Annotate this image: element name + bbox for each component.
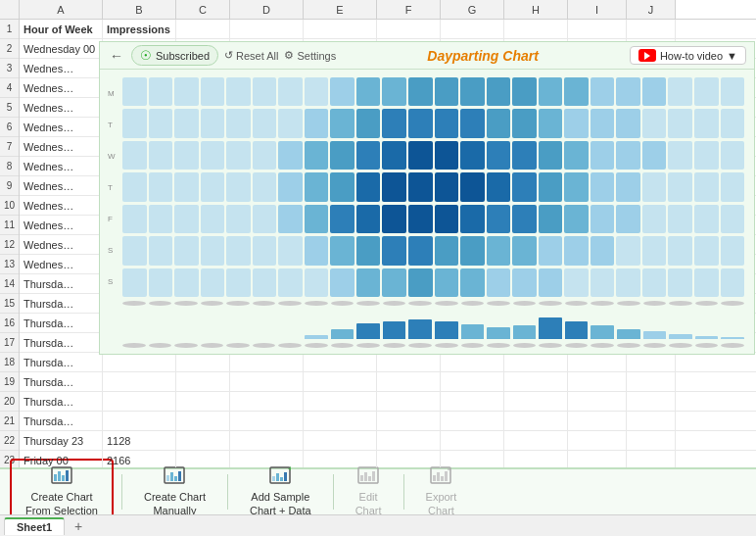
row-num-15[interactable]: 15 [0,294,19,314]
col-header-h[interactable]: H [504,0,568,19]
hour-dot [669,301,692,306]
heatmap-cell [122,236,147,265]
cell-a18[interactable]: Thursda… [20,353,103,371]
col-header-i[interactable]: I [568,0,627,19]
settings-button[interactable]: ⚙ Settings [284,49,336,62]
cell-a6[interactable]: Wednes… [20,118,103,136]
cell-d1[interactable] [230,20,304,38]
col-header-b[interactable]: B [103,0,176,19]
heatmap-cell [721,268,745,297]
heatmap-cell [305,141,329,170]
cell-a20[interactable]: Thursda… [20,392,103,411]
table-row: Thursda… [20,412,756,431]
row-num-19[interactable]: 19 [0,372,19,392]
cell-c1[interactable] [176,20,230,38]
row-num-6[interactable]: 6 [0,118,19,137]
chart-from-selection-icon [51,466,72,489]
row-num-5[interactable]: 5 [0,98,19,118]
heatmap-cell [122,109,147,137]
chart-title: Dayparting Chart [342,48,624,64]
cell-a2[interactable]: Wednesday 00 [20,39,103,58]
cell-a15[interactable]: Thursda… [20,294,103,313]
row-num-8[interactable]: 8 [0,157,19,176]
row-num-13[interactable]: 13 [0,255,19,274]
cell-a7[interactable]: Wednes… [20,137,103,156]
cell-j1[interactable] [627,20,676,38]
cell-a4[interactable]: Wednes… [20,78,103,97]
cell-a11[interactable]: Wednes… [20,216,103,234]
cell-a5[interactable]: Wednes… [20,98,103,117]
add-sheet-button[interactable]: + [67,516,90,536]
row-num-4[interactable]: 4 [0,78,19,98]
heatmap-cell [591,205,615,233]
heatmap-cell [512,236,537,265]
cell-a12[interactable]: Wednes… [20,235,103,254]
heatmap-cell [591,236,615,265]
heatmap-cell [149,205,173,233]
cell-a16[interactable]: Thursda… [20,314,103,332]
hour-dot [149,301,172,306]
bottom-dot [565,343,589,348]
row-num-2[interactable]: 2 [0,39,19,59]
cell-a10[interactable]: Wednes… [20,196,103,215]
col-header-f[interactable]: F [377,0,441,19]
cell-b1[interactable]: Impressions [103,20,176,38]
heatmap-cell [694,268,719,297]
cell-a9[interactable]: Wednes… [20,176,103,195]
col-header-g[interactable]: G [441,0,504,19]
row-num-1[interactable]: 1 [0,20,19,39]
row-num-12[interactable]: 12 [0,235,19,255]
cell-a14[interactable]: Thursda… [20,274,103,293]
svg-rect-1 [54,474,57,481]
heatmap-cell [330,205,354,233]
heatmap-cell [564,205,589,233]
cell-i1[interactable] [568,20,627,38]
subscribed-badge[interactable]: ☉ Subscribed [131,45,218,66]
heatmap-cell [512,141,537,170]
bar-cell [461,324,485,339]
heatmap-cell [668,172,692,201]
heatmap-cell [382,268,406,297]
row-num-7[interactable]: 7 [0,137,19,157]
col-header-e[interactable]: E [304,0,377,19]
row-num-16[interactable]: 16 [0,314,19,333]
col-header-a[interactable]: A [20,0,103,19]
row-num-18[interactable]: 18 [0,353,19,372]
cell-a21[interactable]: Thursda… [20,412,103,430]
reset-button[interactable]: ↺ Reset All [224,49,278,62]
heatmap-cell [642,268,667,297]
row-num-3[interactable]: 3 [0,59,19,78]
howto-button[interactable]: How-to video ▼ [630,46,746,65]
cell-f1[interactable] [377,20,441,38]
row-num-20[interactable]: 20 [0,392,19,412]
cell-a3[interactable]: Wednes… [20,59,103,77]
col-header-c[interactable]: C [176,0,230,19]
hour-dot [122,301,146,306]
row-num-22[interactable]: 22 [0,431,19,451]
col-header-d[interactable]: D [230,0,304,19]
cell-a19[interactable]: Thursda… [20,372,103,391]
back-button[interactable]: ← [108,47,125,65]
cell-e1[interactable] [304,20,377,38]
row-num-10[interactable]: 10 [0,196,19,216]
row-num-11[interactable]: 11 [0,216,19,235]
cell-h1[interactable] [504,20,568,38]
cell-a23[interactable]: Friday 00 [20,451,103,467]
chart-toolbar: ← ☉ Subscribed ↺ Reset All ⚙ Settings Da… [100,42,754,70]
cell-a1[interactable]: Hour of Week [20,20,103,38]
hour-dot [435,301,458,306]
settings-icon: ⚙ [284,49,294,62]
cell-a8[interactable]: Wednes… [20,157,103,175]
svg-rect-4 [66,470,69,481]
row-num-9[interactable]: 9 [0,176,19,196]
cell-a13[interactable]: Wednes… [20,255,103,273]
cell-g1[interactable] [441,20,504,38]
cell-a17[interactable]: Thursda… [20,333,103,352]
row-num-14[interactable]: 14 [0,274,19,294]
heatmap-cell [382,109,406,137]
col-header-j[interactable]: J [627,0,676,19]
row-num-17[interactable]: 17 [0,333,19,353]
sheet-tab-sheet1[interactable]: Sheet1 [4,517,65,535]
cell-a22[interactable]: Thursday 23 [20,431,103,450]
row-num-21[interactable]: 21 [0,412,19,431]
